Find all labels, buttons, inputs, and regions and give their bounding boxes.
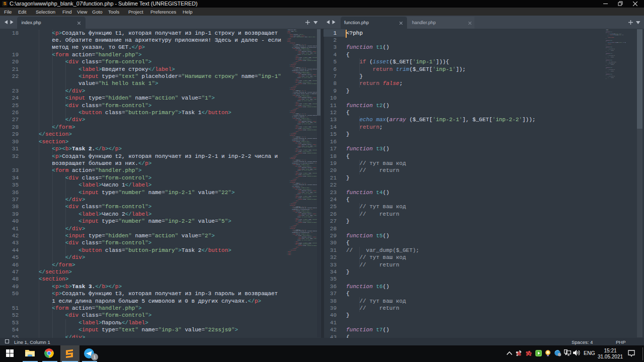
svg-text:1: 1 (93, 354, 96, 359)
